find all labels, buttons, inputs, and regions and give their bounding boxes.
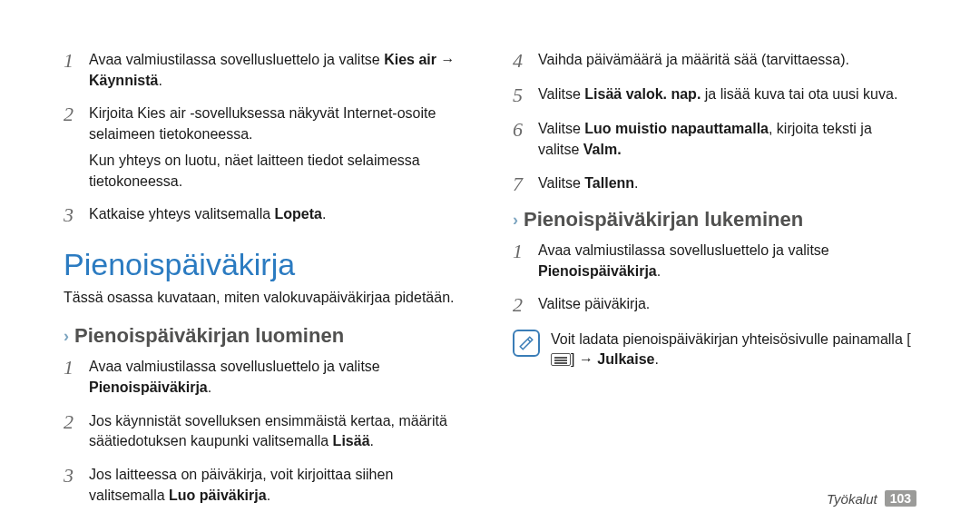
step-text: Valitse Luo muistio napauttamalla, kirjo…: [538, 119, 916, 160]
step-text: Valitse päiväkirja.: [538, 294, 916, 316]
step-text: Valitse Tallenn.: [538, 173, 916, 195]
step-number: 1: [64, 357, 80, 398]
step-item: 1 Avaa valmiustilassa sovellusluettelo j…: [513, 241, 916, 281]
step-number: 1: [513, 241, 529, 281]
note-block: Voit ladata pienoispäiväkirjan yhteisösi…: [513, 330, 916, 370]
step-text: Avaa valmiustilassa sovellusluettelo ja …: [538, 241, 916, 281]
step-item: 3 Jos laitteessa on päiväkirja, voit kir…: [64, 465, 467, 506]
step-number: 2: [64, 103, 80, 192]
step-item: 6 Valitse Luo muistio napauttamalla, kir…: [513, 119, 916, 160]
step-text: Jos käynnistät sovelluksen ensimmäistä k…: [89, 411, 467, 452]
page-number: 103: [885, 490, 916, 507]
step-number: 6: [513, 119, 529, 160]
right-column: 4 Vaihda päivämäärä ja määritä sää (tarv…: [513, 50, 916, 519]
step-item: 4 Vaihda päivämäärä ja määritä sää (tarv…: [513, 50, 916, 72]
step-item: 1 Avaa valmiustilassa sovellusluettelo j…: [64, 357, 467, 398]
subsection-heading: › Pienoispäiväkirjan luominen: [64, 324, 467, 348]
step-item: 1 Avaa valmiustilassa sovellusluettelo j…: [64, 50, 467, 91]
note-icon: [513, 330, 540, 357]
step-number: 1: [64, 50, 80, 91]
page-footer: Työkalut 103: [827, 490, 916, 507]
chevron-right-icon: ›: [64, 327, 69, 346]
step-text: Valitse Lisää valok. nap. ja lisää kuva …: [538, 84, 916, 106]
step-subtext: Kun yhteys on luotu, näet laitteen tiedo…: [89, 151, 467, 192]
step-text: Avaa valmiustilassa sovellusluettelo ja …: [89, 357, 467, 398]
section-heading: Pienoispäiväkirja: [64, 247, 467, 282]
step-number: 3: [64, 465, 80, 506]
menu-icon: [551, 353, 571, 366]
step-text: Jos laitteessa on päiväkirja, voit kirjo…: [89, 465, 467, 506]
step-number: 5: [513, 84, 529, 106]
step-item: 2 Kirjoita Kies air -sovelluksessa näkyv…: [64, 103, 467, 192]
left-column: 1 Avaa valmiustilassa sovellusluettelo j…: [64, 50, 467, 519]
subsection-heading: › Pienoispäiväkirjan lukeminen: [513, 208, 916, 232]
step-item: 7 Valitse Tallenn.: [513, 173, 916, 195]
step-item: 5 Valitse Lisää valok. nap. ja lisää kuv…: [513, 84, 916, 106]
step-number: 2: [513, 294, 529, 316]
chevron-right-icon: ›: [513, 211, 518, 230]
step-text: Vaihda päivämäärä ja määritä sää (tarvit…: [538, 50, 916, 72]
step-text: Katkaise yhteys valitsemalla Lopeta.: [89, 204, 467, 226]
step-number: 3: [64, 204, 80, 226]
note-text: Voit ladata pienoispäiväkirjan yhteisösi…: [551, 330, 916, 370]
step-text: Avaa valmiustilassa sovellusluettelo ja …: [89, 50, 467, 91]
step-text: Kirjoita Kies air -sovelluksessa näkyvät…: [89, 103, 467, 192]
step-item: 2 Jos käynnistät sovelluksen ensimmäistä…: [64, 411, 467, 452]
manual-page: 1 Avaa valmiustilassa sovellusluettelo j…: [0, 0, 980, 532]
step-number: 2: [64, 411, 80, 452]
step-number: 4: [513, 50, 529, 72]
section-intro: Tässä osassa kuvataan, miten valokuvapäi…: [64, 288, 467, 309]
step-number: 7: [513, 173, 529, 195]
footer-section: Työkalut: [827, 491, 877, 507]
step-item: 2 Valitse päiväkirja.: [513, 294, 916, 316]
step-item: 3 Katkaise yhteys valitsemalla Lopeta.: [64, 204, 467, 226]
